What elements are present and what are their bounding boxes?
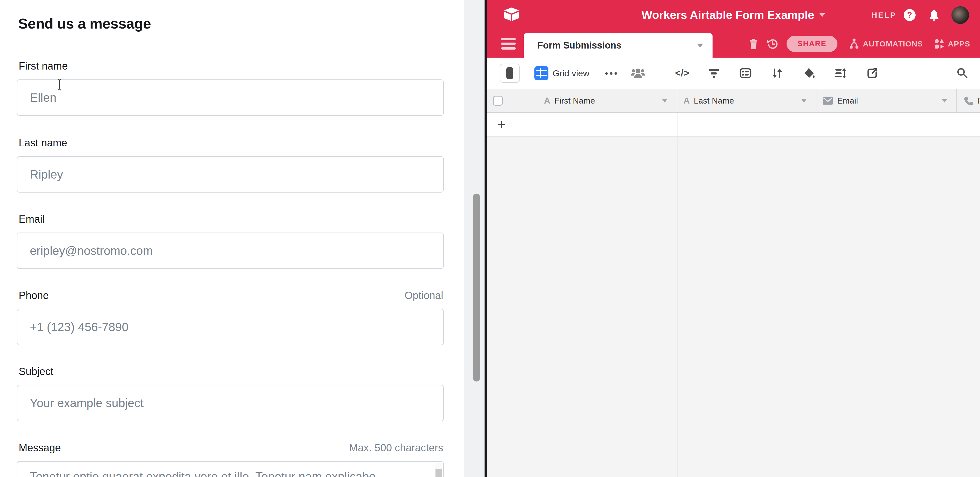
first-name-input[interactable] [17,79,444,116]
contact-form-pane: Send us a message First name Last name E… [0,0,464,477]
filter-button[interactable] [707,67,721,80]
apps-label: APPS [948,40,970,48]
phone-label: Phone [19,289,49,301]
grid-view-button[interactable]: Grid view [535,66,589,80]
add-record-plus-icon[interactable]: + [497,113,506,136]
last-name-input[interactable] [17,156,444,193]
message-label: Message [19,441,61,454]
tab-form-submissions[interactable]: Form Submissions [524,33,713,58]
view-sidebar-toggle-button[interactable] [500,63,520,83]
page-scrollbar-thumb[interactable] [473,193,480,382]
hide-fields-button[interactable]: </> [675,67,689,80]
view-name: Grid view [552,68,589,78]
row-height-button[interactable] [834,67,847,80]
page-scrollbar-track[interactable] [464,0,485,477]
column-header-email[interactable]: Email [816,89,957,112]
select-all-checkbox[interactable] [493,96,503,106]
text-field-type-icon: A [544,96,550,106]
message-maxchars-note: Max. 500 characters [349,441,443,454]
apps-icon [934,38,945,49]
first-name-label: First name [19,60,68,72]
text-field-type-icon: A [684,96,690,106]
email-label: Email [19,213,45,225]
screen: Send us a message First name Last name E… [0,0,980,477]
column-divider [677,113,678,136]
trash-icon[interactable] [748,38,759,50]
automations-label: AUTOMATIONS [863,40,923,48]
text-cursor-pointer [55,78,64,91]
base-title-menu[interactable]: Workers Airtable Form Example [641,0,825,30]
last-name-label: Last name [19,136,67,149]
form-title: Send us a message [18,15,151,32]
history-icon[interactable] [766,38,779,50]
paint-bucket-icon [803,67,815,79]
hamburger-menu-icon[interactable] [501,38,516,49]
sort-button[interactable] [770,67,784,80]
grid-empty-area [487,137,980,477]
view-options-overflow-button[interactable]: ••• [605,68,619,78]
window-divider [485,0,487,477]
topbar-right-cluster: HELP ? [872,0,969,30]
field-message: Message Max. 500 characters [17,441,444,477]
subject-label: Subject [19,365,53,377]
search-icon [956,67,968,79]
field-email: Email [17,213,444,269]
phone-input[interactable] [17,309,444,345]
airtable-pane: Workers Airtable Form Example HELP ? [487,0,980,477]
airtable-logo-icon[interactable] [503,7,520,22]
email-field-type-icon [822,96,833,105]
automations-button[interactable]: AUTOMATIONS [848,38,923,49]
view-toolbar: Grid view ••• </> [487,58,980,89]
table-tab-bar: Form Submissions [487,30,980,58]
help-question-icon[interactable]: ? [904,9,916,21]
search-button[interactable] [956,67,968,79]
color-button[interactable] [802,67,816,80]
add-record-row[interactable]: + [487,113,980,136]
column-header-phone[interactable]: Phone [957,89,980,112]
active-table-name: Form Submissions [537,40,621,51]
group-icon [739,67,752,79]
group-button[interactable] [739,67,752,80]
chevron-down-icon [697,44,703,48]
airtable-topbar: Workers Airtable Form Example HELP ? [487,0,980,30]
share-view-button[interactable] [865,67,879,80]
grid-view-icon [535,66,549,80]
field-subject: Subject [17,365,444,421]
help-button[interactable]: HELP [872,11,896,19]
toolbar-divider [657,66,657,81]
open-external-icon [866,67,878,79]
column-header-first-name[interactable]: A First Name [487,89,677,112]
chevron-down-icon [819,13,825,17]
row-height-icon [834,67,847,79]
chevron-down-icon [942,99,947,103]
collaborators-icon[interactable] [631,67,645,80]
sidebar-toggle-icon [506,67,513,79]
hide-fields-icon: </> [675,68,689,79]
textarea-scrollbar-thumb[interactable] [436,469,442,477]
user-avatar[interactable] [951,6,969,24]
field-first-name: First name [17,60,444,116]
phone-field-type-icon [964,96,974,106]
share-button[interactable]: SHARE [786,36,837,52]
column-header-last-name[interactable]: A Last Name [677,89,816,112]
phone-optional-note: Optional [404,289,443,301]
grid-header-row: A First Name A Last Name Email [487,89,980,113]
column-divider [677,137,678,477]
subject-input[interactable] [17,385,444,421]
filter-icon [708,67,720,79]
field-last-name: Last name [17,136,444,193]
chevron-down-icon [801,99,807,103]
tabbar-right-cluster: SHARE AUTOMATIONS [741,30,970,58]
base-title: Workers Airtable Form Example [641,9,814,22]
automations-icon [848,38,860,49]
email-input[interactable] [17,233,444,269]
chevron-down-icon [662,99,667,103]
sort-icon [771,67,783,79]
message-textarea[interactable] [17,461,444,477]
field-phone: Phone Optional [17,289,444,345]
apps-button[interactable]: APPS [934,38,970,49]
notifications-bell-icon[interactable] [929,9,940,21]
